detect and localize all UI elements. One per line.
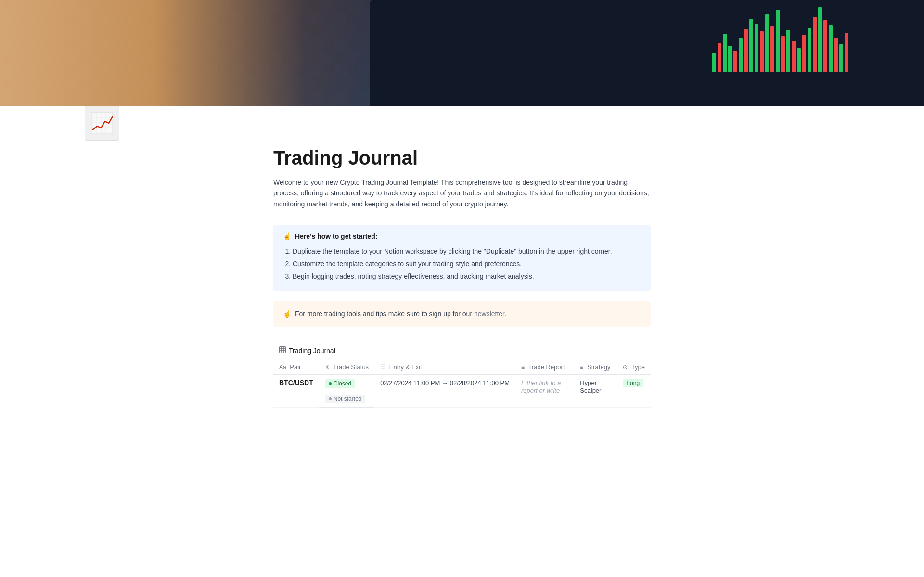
col-trade-report: ≡ Trade Report [515,359,574,375]
getting-started-box: ☝️ Here's how to get started: Duplicate … [273,225,651,291]
cell-status[interactable]: Closed [319,375,374,392]
col-strategy: ≡ Strategy [574,359,617,375]
info-box-header-text: Here's how to get started: [295,232,377,240]
trade-report-value: Either link to a report or write [521,379,561,394]
chart-bars [712,5,914,72]
page-description: Welcome to your new Crypto Trading Journ… [273,177,651,209]
badge-dot [329,382,332,385]
newsletter-text-before: For more trading tools and tips make sur… [295,310,474,318]
info-box-header: ☝️ Here's how to get started: [283,232,641,240]
col-entry-exit: ☰ Entry & Exit [374,359,515,375]
getting-started-list: Duplicate the template to your Notion wo… [283,246,641,282]
chart-bar [786,30,790,72]
page-icon [85,106,119,141]
chart-bar [808,28,811,72]
chart-bar [818,7,822,72]
col-icon-entry: ☰ [380,364,385,371]
col-icon-status: ✳ [325,364,330,371]
chart-bar [723,34,727,72]
trading-journal-tab[interactable]: Trading Journal [273,343,341,359]
chart-bar [845,33,848,72]
entry-exit-value: 02/27/2024 11:00 PM → 02/28/2024 11:00 P… [380,379,510,386]
status-badge-not-started[interactable]: Not started [325,395,366,403]
table-body: BTC/USDT Closed 02/27/2024 11:00 PM → 02… [273,375,651,408]
cell-status-secondary[interactable]: Not started [319,392,374,408]
table-row[interactable]: BTC/USDT Closed 02/27/2024 11:00 PM → 02… [273,375,651,392]
table-section: Trading Journal Aa Pair ✳ Trade Status ☰ [273,343,651,408]
chart-bar [712,53,716,72]
newsletter-text-after: . [504,310,506,318]
status-badge-closed[interactable]: Closed [325,379,355,388]
col-label-strategy: Strategy [587,363,610,371]
type-badge-long[interactable]: Long [623,379,643,387]
trades-table: Aa Pair ✳ Trade Status ☰ Entry & Exit ≡ … [273,359,651,408]
newsletter-box: ☝️ For more trading tools and tips make … [273,301,651,328]
table-tabs: Trading Journal [273,343,651,359]
page-title: Trading Journal [273,146,651,169]
col-trade-status: ✳ Trade Status [319,359,374,375]
chart-bar [760,31,764,72]
chart-bar [739,38,743,72]
newsletter-link[interactable]: newsletter [474,310,504,318]
chart-bar [781,36,785,72]
chart-bar [765,14,769,72]
list-item: Customize the template categories to sui… [293,258,641,270]
cell-trade-report[interactable]: Either link to a report or write [515,375,574,408]
cell-pair[interactable]: BTC/USDT [273,375,319,408]
chart-bar [744,29,748,72]
header-row: Aa Pair ✳ Trade Status ☰ Entry & Exit ≡ … [273,359,651,375]
col-label-type: Type [631,363,645,371]
chart-bar [829,25,833,72]
chart-bar [770,26,774,72]
list-item: Begin logging trades, noting strategy ef… [293,271,641,282]
badge-label: Closed [334,380,351,387]
type-badge-label: Long [627,380,640,386]
col-icon-report: ≡ [521,364,525,371]
chart-bar [718,43,721,72]
col-label-status: Trade Status [333,363,369,371]
col-pair: Aa Pair [273,359,319,375]
list-item: Duplicate the template to your Notion wo… [293,246,641,257]
col-label-entry: Entry & Exit [389,363,422,371]
chart-bar [755,24,758,72]
col-label-report: Trade Report [528,363,565,371]
col-icon-type: ⊙ [623,364,628,371]
chart-bar [792,41,796,72]
table-header: Aa Pair ✳ Trade Status ☰ Entry & Exit ≡ … [273,359,651,375]
cell-entry-exit[interactable]: 02/27/2024 11:00 PM → 02/28/2024 11:00 P… [374,375,515,408]
chart-bar [749,19,753,72]
strategy-value: Hyper Scalper [580,379,601,394]
chart-bar [839,44,843,72]
chart-bar [776,10,780,72]
chart-bar [823,20,827,72]
badge-label-secondary: Not started [334,396,362,402]
newsletter-text: For more trading tools and tips make sur… [295,308,506,320]
chart-bar [797,48,801,72]
badge-dot-gray [329,397,332,400]
chart-bar [813,17,817,72]
pointing-emoji: ☝️ [283,232,291,240]
chart-bar [733,51,737,72]
cell-type[interactable]: Long [617,375,651,408]
col-label-pair: Pair [290,363,301,371]
table-icon [279,346,286,355]
col-icon-aa: Aa [279,364,286,371]
col-type: ⊙ Type [617,359,651,375]
chart-bar [834,38,838,72]
cell-strategy[interactable]: Hyper Scalper [574,375,617,408]
pair-value: BTC/USDT [279,379,313,386]
pointing-emoji-orange: ☝️ [283,310,291,318]
tab-label: Trading Journal [289,347,335,355]
chart-bar [728,46,732,72]
svg-rect-7 [280,347,286,353]
col-icon-strategy: ≡ [580,364,583,371]
main-content: Trading Journal Welcome to your new Cryp… [231,146,693,408]
chart-bar [802,35,806,72]
